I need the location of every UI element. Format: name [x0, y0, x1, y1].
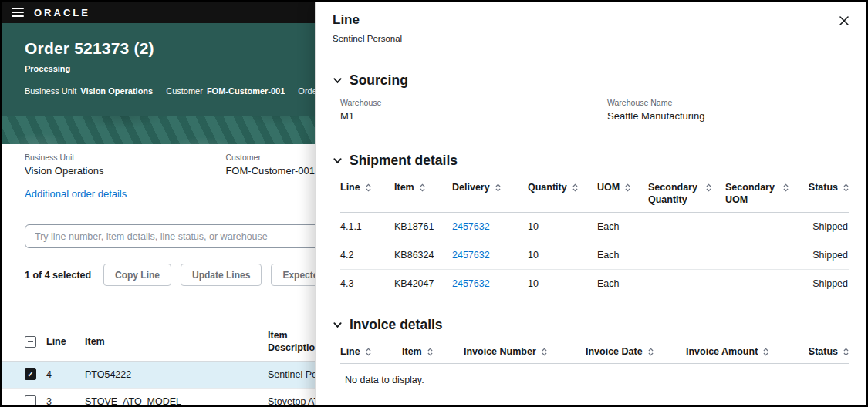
- sort-icon[interactable]: [365, 183, 372, 193]
- delivery-link[interactable]: 2457632: [452, 221, 528, 232]
- sort-icon[interactable]: [427, 347, 434, 357]
- sourcing-fields: Warehouse M1 Warehouse Name Seattle Manu…: [333, 98, 849, 122]
- expected-availability-button[interactable]: Expected Availability: [271, 264, 315, 286]
- sort-icon[interactable]: [782, 183, 789, 193]
- table-row: 4.2 KB86324 2457632 10 Each Shipped: [340, 241, 849, 270]
- table-row: 4.1.1 KB18761 2457632 10 Each Shipped: [340, 213, 849, 241]
- cell-status: Shipped: [802, 250, 849, 261]
- cell-status: Shipped: [802, 278, 849, 289]
- order-header: Order 521373 (2) Processing Business Uni…: [2, 23, 315, 116]
- column-header-status[interactable]: Status: [808, 345, 849, 358]
- column-header-line: Line: [46, 336, 85, 347]
- delivery-link[interactable]: 2457632: [452, 278, 528, 289]
- column-header-item[interactable]: Item: [402, 345, 464, 358]
- sourcing-section: Sourcing Warehouse M1 Warehouse Name Sea…: [333, 72, 849, 122]
- cell-item: PTO54222: [85, 369, 268, 380]
- customer-field: Customer FOM-Customer-001: [225, 153, 315, 177]
- cell-item: KB18761: [394, 221, 452, 232]
- sort-icon[interactable]: [419, 183, 426, 193]
- section-title: Sourcing: [350, 72, 408, 89]
- column-header-item: Item: [85, 336, 268, 347]
- sort-icon[interactable]: [541, 347, 548, 357]
- delivery-link[interactable]: 2457632: [452, 250, 528, 261]
- menu-icon[interactable]: [12, 8, 24, 17]
- column-header-line[interactable]: Line: [340, 181, 394, 207]
- section-title: Shipment details: [350, 153, 458, 169]
- cell-quantity: 10: [528, 221, 597, 232]
- cell-item-description: Sentinel Personal: [268, 369, 315, 380]
- sort-icon[interactable]: [705, 183, 712, 193]
- cell-item-description: Stovetop ATO Model: [268, 396, 315, 406]
- cell-uom: Each: [597, 221, 648, 232]
- app-window: ORACLE Order 521373 (2) Processing Busin…: [0, 0, 868, 407]
- column-header-status[interactable]: Status: [802, 181, 849, 207]
- column-header-secondary-quantity[interactable]: Secondary Quantity: [648, 181, 725, 207]
- header-decoration: [2, 116, 315, 144]
- sort-icon[interactable]: [572, 183, 579, 193]
- invoice-details-section: Invoice details Line Item Invoice Number…: [333, 317, 849, 385]
- sort-icon[interactable]: [843, 183, 849, 193]
- close-icon[interactable]: [836, 12, 853, 29]
- table-header-row: Line Item Delivery Quantity UOM Secondar…: [340, 178, 849, 213]
- table-header-row: Line Item Invoice Number Invoice Date In…: [340, 342, 849, 364]
- order-page: ORACLE Order 521373 (2) Processing Busin…: [2, 2, 315, 405]
- update-lines-button[interactable]: Update Lines: [181, 264, 262, 286]
- sort-icon[interactable]: [647, 347, 654, 357]
- column-header-secondary-uom[interactable]: Secondary UOM: [725, 181, 802, 207]
- warehouse-field: Warehouse M1: [340, 98, 607, 122]
- invoice-section-toggle[interactable]: Invoice details: [333, 317, 849, 333]
- cell-quantity: 10: [528, 250, 597, 261]
- warehouse-name-field: Warehouse Name Seattle Manufacturing: [607, 98, 704, 122]
- oracle-logo: ORACLE: [34, 7, 90, 18]
- table-row[interactable]: 4 PTO54222 Sentinel Personal: [2, 362, 315, 388]
- sort-icon[interactable]: [762, 347, 769, 357]
- column-header-invoice-number[interactable]: Invoice Number: [464, 345, 586, 358]
- sort-icon[interactable]: [624, 183, 631, 193]
- cell-uom: Each: [597, 250, 648, 261]
- column-header-uom[interactable]: UOM: [597, 181, 648, 207]
- cell-line: 4.1.1: [340, 221, 394, 232]
- table-row[interactable]: 3 STOVE_ATO_MODEL Stovetop ATO Model: [2, 388, 315, 406]
- selection-count: 1 of 4 selected: [25, 270, 94, 281]
- cell-uom: Each: [597, 278, 648, 289]
- copy-line-button[interactable]: Copy Line: [103, 264, 171, 286]
- table-row: 4.3 KB42047 2457632 10 Each Shipped: [340, 270, 849, 298]
- drawer-subtitle: Sentinel Personal: [333, 34, 849, 43]
- column-header-line[interactable]: Line: [340, 345, 402, 358]
- column-header-quantity[interactable]: Quantity: [528, 181, 597, 207]
- table-header-row: Line Item Item Description: [2, 325, 315, 362]
- shipment-details-section: Shipment details Line Item Delivery Quan…: [333, 153, 849, 298]
- line-search-input[interactable]: [25, 224, 315, 248]
- cell-line: 4: [46, 369, 85, 380]
- row-checkbox[interactable]: [25, 368, 36, 380]
- additional-order-details-link[interactable]: Additional order details: [25, 188, 127, 200]
- select-all-checkbox[interactable]: [25, 336, 36, 348]
- shipment-section-toggle[interactable]: Shipment details: [333, 153, 849, 169]
- drawer-title: Line: [333, 12, 849, 28]
- page-title: Order 521373 (2): [25, 39, 315, 58]
- order-summary: Business Unit Vision Operations Customer…: [25, 153, 315, 177]
- invoice-table: Line Item Invoice Number Invoice Date In…: [333, 342, 849, 385]
- cell-line: 4.3: [340, 278, 394, 289]
- order-lines-table: Line Item Item Description 4 PTO54222 Se…: [2, 325, 315, 405]
- column-header-item[interactable]: Item: [394, 181, 452, 207]
- order-meta: Business UnitVision Operations CustomerF…: [25, 86, 315, 96]
- cell-status: Shipped: [802, 221, 849, 232]
- line-detail-drawer: Line Sentinel Personal Sourcing Warehous…: [315, 2, 866, 405]
- empty-state-text: No data to display.: [340, 375, 849, 385]
- sort-icon[interactable]: [495, 183, 502, 193]
- column-header-delivery[interactable]: Delivery: [452, 181, 528, 207]
- row-checkbox[interactable]: [25, 395, 36, 405]
- column-header-invoice-date[interactable]: Invoice Date: [586, 345, 686, 358]
- cell-item: STOVE_ATO_MODEL: [85, 396, 268, 406]
- sourcing-section-toggle[interactable]: Sourcing: [333, 72, 849, 89]
- meta-order-to: Order To: [298, 86, 315, 96]
- sort-icon[interactable]: [365, 347, 372, 357]
- chevron-down-icon: [333, 76, 343, 86]
- cell-item: KB86324: [394, 250, 452, 261]
- cell-quantity: 10: [528, 278, 597, 289]
- business-unit-field: Business Unit Vision Operations: [25, 153, 225, 177]
- sort-icon[interactable]: [843, 347, 849, 357]
- column-header-invoice-amount[interactable]: Invoice Amount: [686, 345, 808, 358]
- section-title: Invoice details: [350, 317, 443, 333]
